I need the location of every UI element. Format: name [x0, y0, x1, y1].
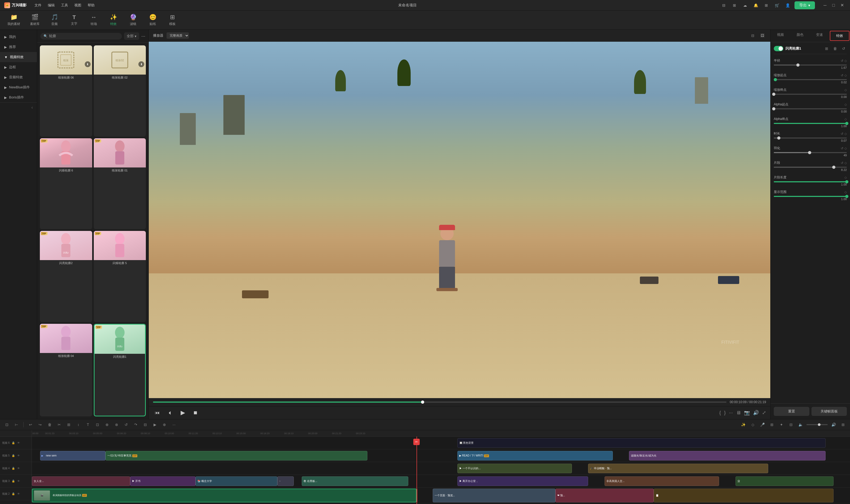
effect-item-7[interactable]: VIP 纸张轮廓 04 — [40, 324, 92, 417]
tl-rect[interactable]: ⊡ — [94, 421, 101, 428]
track-v5-eye[interactable]: 👁 — [16, 454, 21, 458]
effect-item-2[interactable]: 纸张02 ⬇ 纸张轮廓 02 — [94, 46, 146, 137]
preview-image-icon[interactable]: 🖼 — [759, 32, 766, 39]
radius-slider[interactable] — [774, 65, 847, 66]
menu-file[interactable]: 文件 — [35, 3, 41, 8]
search-input[interactable] — [49, 34, 119, 38]
tl-delete[interactable]: 🗑 — [46, 421, 53, 428]
tl-keyframe-btn[interactable]: ◇ — [749, 421, 757, 428]
clip-v1-5[interactable]: 📋 — [654, 489, 834, 502]
tool-audio[interactable]: 🎵 音频 — [45, 12, 64, 28]
tool-transition[interactable]: ↔ 转场 — [85, 12, 103, 28]
clip-v4-1[interactable]: ▶ 一个不认识的... — [457, 464, 572, 473]
effect-toggle[interactable] — [774, 46, 783, 51]
fullscreen-icon[interactable]: ⤢ — [762, 410, 766, 416]
tool-my-materials[interactable]: 📁 我的素材 — [3, 12, 24, 28]
quality-select[interactable]: 完整画质 高画质 中画质 低画质 — [167, 32, 189, 39]
more-options-button[interactable]: ··· — [141, 33, 145, 39]
effect-item-4[interactable]: VIP 纸张轮廓 01 — [94, 138, 146, 230]
reset-button[interactable]: 重置 — [774, 407, 809, 416]
mark-in-icon[interactable]: { — [719, 410, 721, 416]
clip-v5-zhuiguang[interactable]: 追随光/靠近光/成为光 — [629, 451, 825, 461]
display-range-slider[interactable] — [774, 196, 847, 197]
tl-vol-plus[interactable]: 🔊 — [830, 421, 837, 428]
track-v6-lock[interactable]: 🔒 — [11, 441, 15, 445]
effect-item-5[interactable]: 闪亮2 VIP 闪亮轮廓2 — [40, 231, 92, 322]
tl-minus[interactable]: ⊟ — [142, 421, 149, 428]
feather-slider[interactable] — [774, 152, 847, 153]
tab-transform[interactable]: 变速 — [810, 30, 830, 42]
tool-filter[interactable]: 🔮 滤镜 — [124, 12, 142, 28]
segment-len-keyframe-icon[interactable]: ◇ — [845, 176, 847, 179]
effect-item-3[interactable]: VIP 闪烁轮廓 6 — [40, 138, 92, 230]
scale-end-slider[interactable] — [774, 94, 847, 95]
stop-button[interactable]: ⏹ — [191, 409, 200, 417]
effect-item-1[interactable]: 纸张 ⬇ 纸张轮廓 06 — [40, 46, 92, 137]
keyframe-panel-button[interactable]: 关键帧面板 — [812, 407, 847, 416]
tl-extra[interactable]: ··· — [170, 421, 178, 428]
clip-v1-4[interactable]: ❤ 预... — [555, 489, 654, 502]
play-button[interactable]: ▶ — [178, 409, 187, 417]
sidebar-item-audio-fx[interactable]: ▶ 音频特效 — [0, 72, 37, 82]
clip-v1-3[interactable]: 一个页面 · 预览... — [433, 489, 555, 502]
tl-text-add[interactable]: T — [84, 421, 92, 428]
tl-speed[interactable]: ↕ — [75, 421, 82, 428]
close-button[interactable]: ✕ — [838, 2, 846, 9]
radius-keyframe-icon[interactable]: ◇ — [845, 59, 847, 62]
monitor-icon[interactable]: 🖥 — [736, 410, 741, 416]
effect-copy-icon[interactable]: ⊞ — [823, 46, 830, 52]
clip-v3-2[interactable]: ▶ 开书 — [130, 476, 195, 486]
sidebar-item-my[interactable]: ▶ 我的 — [0, 32, 37, 42]
menu-tools[interactable]: 工具 — [61, 3, 68, 8]
tab-effects[interactable]: 特效 — [830, 31, 849, 41]
clip-v3-8[interactable]: 业 — [735, 476, 834, 486]
effect-item-6[interactable]: VIP 闪烁轮廓 5 — [94, 231, 146, 322]
speed-thumb[interactable] — [818, 423, 820, 426]
apps-icon[interactable]: ⊞ — [763, 2, 770, 9]
tl-razor-tool[interactable]: ⊢ — [13, 421, 20, 428]
tool-effects[interactable]: ✨ 特效 — [104, 12, 123, 28]
clip-v3-7[interactable]: 非高美国人交... — [605, 476, 719, 486]
tl-copy[interactable]: ⊕ — [103, 421, 111, 428]
track-v5-lock[interactable]: 🔒 — [11, 454, 15, 458]
clip-v3-6[interactable]: ▶ 离开办公室， — [457, 476, 588, 486]
tool-material-lib[interactable]: 🎬 素材库 — [25, 12, 44, 28]
skip-back-button[interactable]: ⏮ — [153, 409, 161, 417]
sidebar-collapse-btn[interactable]: ‹ — [30, 105, 35, 110]
segment-keyframe-icon[interactable]: ◇ — [845, 161, 847, 165]
settings-icon[interactable]: ⊞ — [731, 2, 738, 9]
clip-v6-black[interactable]: 🔲 黑色背景 — [457, 438, 826, 448]
download-icon-2[interactable]: ⬇ — [138, 61, 144, 67]
tl-plus[interactable]: ⊕ — [161, 421, 168, 428]
tab-video[interactable]: 视频 — [770, 30, 790, 42]
duration-slider[interactable] — [774, 138, 847, 139]
playhead-cut-icon[interactable]: ✂ — [413, 439, 420, 445]
tl-undo[interactable]: ↩ — [27, 421, 34, 428]
cart-icon[interactable]: 🛒 — [773, 2, 781, 9]
segment-slider[interactable] — [774, 167, 847, 168]
tl-select-tool[interactable]: ⊡ — [3, 421, 11, 428]
track-v3-lock[interactable]: 🔒 — [11, 479, 15, 483]
duration-reset-icon[interactable]: ↺ — [841, 132, 843, 136]
tl-paste[interactable]: ⊗ — [113, 421, 120, 428]
clip-v5-yiri[interactable]: 一/日/无/书/百事荒芜 VIP — [105, 451, 367, 461]
bell-icon[interactable]: 🔔 — [752, 2, 759, 9]
preview-screen-icon[interactable]: ⊟ — [749, 32, 757, 39]
track-v2-lock[interactable]: 🔒 — [11, 492, 15, 496]
tl-snap-btn[interactable]: ✦ — [778, 421, 785, 428]
progress-track[interactable] — [153, 401, 727, 402]
snapshot-icon[interactable]: 📷 — [744, 410, 750, 416]
mark-out-icon[interactable]: } — [724, 410, 726, 416]
sidebar-item-recommend[interactable]: ▶ 推荐 — [0, 42, 37, 52]
track-v4-lock[interactable]: 🔒 — [11, 466, 15, 471]
alpha-end-slider[interactable] — [774, 123, 847, 124]
tl-more[interactable]: ↷ — [132, 421, 139, 428]
clip-v5-newsem[interactable]: ▶ new sem — [40, 451, 105, 461]
scale-end-keyframe-icon[interactable]: ◇ — [845, 88, 847, 92]
alpha-end-keyframe-icon[interactable]: ◇ — [845, 117, 847, 121]
track-v6-eye[interactable]: 👁 — [16, 441, 21, 445]
sidebar-item-border[interactable]: ▶ 边框 — [0, 62, 37, 72]
scale-start-keyframe-icon[interactable]: ◇ — [845, 73, 847, 77]
tool-text[interactable]: T 文字 — [65, 13, 83, 28]
tl-crop[interactable]: ⊞ — [65, 421, 72, 428]
